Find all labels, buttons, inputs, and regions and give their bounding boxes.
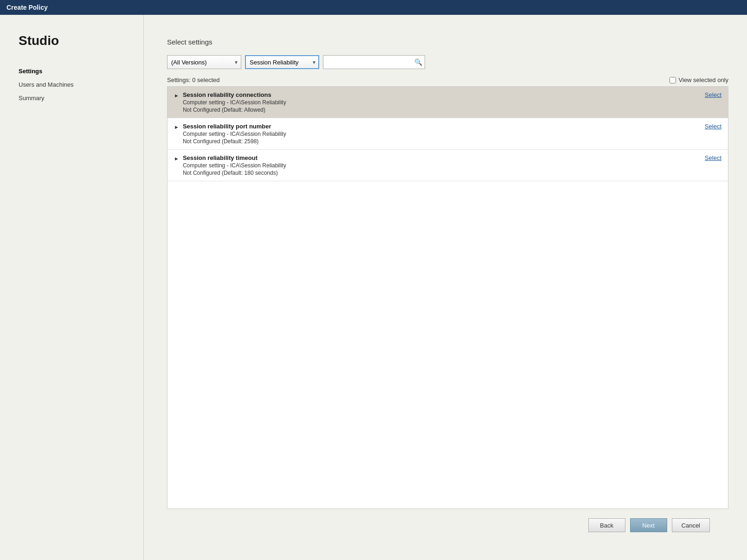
version-dropdown[interactable]: (All Versions)XenApp 7.6XenDesktop 7.6 [167,55,241,69]
section-title: Select settings [167,38,728,46]
title-bar: Create Policy [0,0,747,15]
setting-status-connections: Not Configured (Default: Allowed) [183,107,286,113]
sidebar-item-settings[interactable]: Settings [19,67,129,76]
search-wrapper: 🔍 [323,55,425,69]
setting-status-timeout: Not Configured (Default: 180 seconds) [183,170,286,176]
view-selected-only-container: View selected only [670,76,728,83]
setting-item-port: ► Session reliability port number Comput… [167,118,728,150]
category-dropdown[interactable]: Session ReliabilityICAAll [245,55,319,69]
main-container: Studio Settings Users and Machines Summa… [0,15,747,560]
settings-list: ► Session reliability connections Comput… [167,86,728,509]
filter-row: (All Versions)XenApp 7.6XenDesktop 7.6 ▼… [167,55,728,69]
expand-arrow-timeout[interactable]: ► [174,156,179,161]
app-name: Studio [19,33,129,48]
select-link-connections[interactable]: Select [705,91,721,98]
search-input[interactable] [323,55,425,69]
setting-desc-connections: Computer setting - ICA\Session Reliabili… [183,99,286,106]
expand-arrow-connections[interactable]: ► [174,93,179,98]
cancel-button[interactable]: Cancel [672,518,710,532]
setting-item-left-connections: ► Session reliability connections Comput… [174,91,697,113]
setting-desc-timeout: Computer setting - ICA\Session Reliabili… [183,162,286,169]
view-selected-label: View selected only [679,76,728,83]
settings-info-row: Settings: 0 selected View selected only [167,76,728,83]
sidebar-item-users-machines[interactable]: Users and Machines [19,80,129,89]
setting-name-timeout: Session reliability timeout [183,154,286,161]
setting-status-port: Not Configured (Default: 2598) [183,138,286,145]
sidebar: Studio Settings Users and Machines Summa… [0,15,144,560]
sidebar-nav: Settings Users and Machines Summary [19,67,129,102]
category-dropdown-wrapper: Session ReliabilityICAAll ▼ [245,55,319,69]
setting-content-port: Session reliability port number Computer… [183,123,286,145]
setting-item-timeout: ► Session reliability timeout Computer s… [167,150,728,181]
setting-name-port: Session reliability port number [183,123,286,130]
select-link-timeout[interactable]: Select [705,154,721,161]
bottom-bar: Back Next Cancel [167,509,728,546]
setting-desc-port: Computer setting - ICA\Session Reliabili… [183,131,286,137]
setting-item-left-port: ► Session reliability port number Comput… [174,123,697,145]
settings-count: Settings: 0 selected [167,76,219,83]
setting-content-connections: Session reliability connections Computer… [183,91,286,113]
view-selected-checkbox[interactable] [670,77,676,83]
setting-item-connections: ► Session reliability connections Comput… [167,87,728,118]
setting-item-left-timeout: ► Session reliability timeout Computer s… [174,154,697,176]
setting-content-timeout: Session reliability timeout Computer set… [183,154,286,176]
setting-name-connections: Session reliability connections [183,91,286,98]
next-button[interactable]: Next [630,518,667,532]
version-dropdown-wrapper: (All Versions)XenApp 7.6XenDesktop 7.6 ▼ [167,55,241,69]
back-button[interactable]: Back [588,518,625,532]
select-link-port[interactable]: Select [705,123,721,130]
window-title: Create Policy [6,4,48,11]
content-area: Select settings (All Versions)XenApp 7.6… [144,15,747,560]
expand-arrow-port[interactable]: ► [174,124,179,130]
sidebar-item-summary[interactable]: Summary [19,94,129,102]
